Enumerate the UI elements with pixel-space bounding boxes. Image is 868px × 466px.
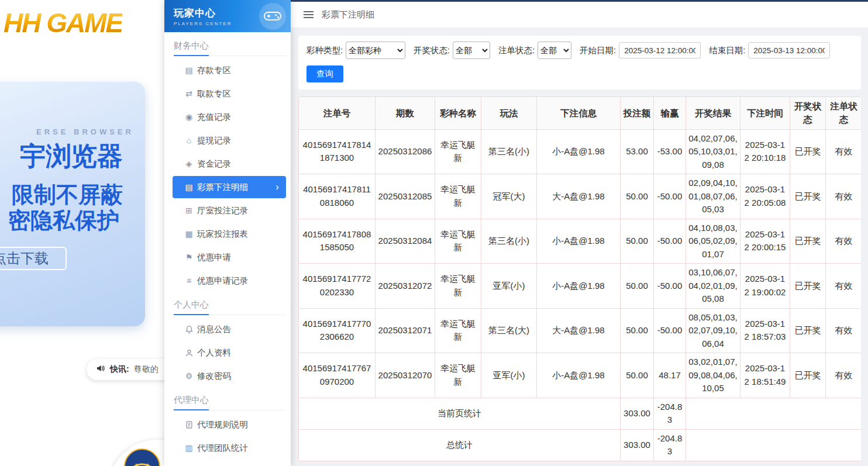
cell-bet-amount: 50.00 — [621, 264, 654, 309]
summary-win-loss-total: -204.83 — [654, 398, 686, 429]
cell-bet-info: 小-A盘@1.98 — [537, 219, 621, 264]
sidebar-item-promo-apply-records[interactable]: ≡优惠申请记录 — [164, 269, 291, 292]
sidebar-item-agent-rules[interactable]: 代理规则说明 — [164, 413, 291, 436]
withdrawal-records-icon: ⌂ — [184, 136, 194, 144]
start-date-label: 开始日期: — [580, 45, 616, 56]
sidebar-header: 玩家中心 PLAYERS CENTER — [164, 0, 291, 32]
table-row: 40156917417772020233020250312072幸运飞艇新亚军(… — [299, 264, 862, 309]
col-header-lottery-name: 彩种名称 — [435, 97, 481, 130]
draw-status-select[interactable]: 全部 — [453, 42, 490, 59]
cell-draw-result: 03,10,06,07,04,02,01,09,05,08 — [686, 264, 740, 309]
search-button[interactable]: 查询 — [306, 65, 343, 82]
summary-empty — [686, 398, 862, 429]
sidebar-item-label: 优惠申请记录 — [197, 275, 248, 286]
promo-banner: ERSE BROWSER 宇浏览器 限制不屏蔽 密隐私保护 点击下载 — [0, 82, 145, 326]
sidebar-item-hall-bet-records[interactable]: ⊞厅室投注记录 — [164, 199, 291, 222]
summary-row-current-page: 当前页统计303.00-204.83 — [299, 398, 862, 429]
sidebar-item-label: 代理规则说明 — [197, 419, 248, 430]
order-status-select[interactable]: 全部 — [538, 42, 571, 59]
cell-period: 20250312072 — [376, 264, 435, 309]
lottery-type-select[interactable]: 全部彩种 — [346, 42, 405, 59]
sidebar-item-personal-profile[interactable]: 个人资料 — [164, 341, 291, 364]
cell-period: 20250312086 — [376, 129, 435, 174]
sidebar-subtitle: PLAYERS CENTER — [174, 21, 232, 26]
cell-bet-time: 2025-03-12 20:00:15 — [740, 219, 790, 264]
table-row: 40156917417814187130020250312086幸运飞艇新第三名… — [299, 129, 862, 174]
site-logo: HH GAME — [4, 7, 122, 39]
section-title: 个人中心 — [164, 292, 291, 310]
table-header-row: 注单号期数彩种名称玩法下注信息投注额输赢开奖结果下注时间开奖状态注单状态 — [299, 97, 862, 130]
sidebar-item-agent-team-stats[interactable]: ▥代理团队统计 — [164, 436, 291, 460]
cell-bet-info: 大-A盘@1.98 — [537, 308, 621, 353]
cell-order-no: 401569174177670970200 — [299, 353, 376, 398]
summary-label: 总统计 — [299, 429, 621, 461]
cell-draw-result: 04,10,08,03,06,05,02,09,01,07 — [686, 219, 740, 264]
order-status-label: 注单状态: — [498, 45, 535, 56]
table-row: 40156917417767097020020250312070幸运飞艇新亚军(… — [299, 353, 862, 398]
cell-play-type: 第三名(大) — [481, 308, 537, 353]
sidebar-item-label: 消息公告 — [197, 324, 231, 335]
sidebar: 玩家中心 PLAYERS CENTER 财务中心▤存款专区⇄取款专区◉充值记录⌂… — [164, 0, 291, 466]
sidebar-item-label: 修改密码 — [197, 371, 231, 382]
sidebar-item-deposit-zone[interactable]: ▤存款专区 — [164, 58, 291, 82]
table-row: 40156917417808158505020250312084幸运飞艇新第三名… — [299, 219, 862, 264]
sidebar-item-recharge-records[interactable]: ◉充值记录 — [164, 105, 291, 129]
sidebar-item-promo-apply[interactable]: ⚑优惠申请 — [164, 246, 291, 269]
main-content: 彩票下注明细 彩种类型: 全部彩种 开奖状态: 全部 注单状态: 全部 开始日期… — [291, 0, 868, 466]
col-header-bet-time: 下注时间 — [740, 97, 790, 130]
filter-panel: 彩种类型: 全部彩种 开奖状态: 全部 注单状态: 全部 开始日期: 结束日期:… — [298, 36, 861, 89]
start-date-input[interactable] — [619, 42, 701, 58]
cell-bet-amount: 50.00 — [621, 174, 654, 219]
section-underline — [174, 410, 286, 410]
cell-lottery-name: 幸运飞艇新 — [435, 308, 481, 353]
cell-bet-amount: 50.00 — [621, 219, 654, 264]
agent-team-stats-icon: ▥ — [184, 444, 194, 452]
cell-win-loss: -50.00 — [654, 308, 686, 353]
cell-draw-status: 已开奖 — [790, 308, 826, 353]
ticker-label: 快讯: — [110, 364, 129, 375]
cell-order-no: 401569174178141871300 — [299, 129, 376, 174]
col-header-bet-info: 下注信息 — [537, 97, 621, 130]
cell-bet-info: 小-A盘@1.98 — [537, 129, 621, 174]
cell-period: 20250312084 — [376, 219, 435, 264]
sidebar-item-lottery-bet-details[interactable]: ▤彩票下注明细› — [173, 176, 286, 198]
hall-bet-records-icon: ⊞ — [184, 206, 194, 215]
cell-order-status: 有效 — [826, 308, 862, 353]
summary-row-total: 总统计303.00-204.83 — [299, 429, 862, 461]
summary-win-loss-total: -204.83 — [654, 429, 686, 461]
sidebar-item-change-password[interactable]: ⚙修改密码 — [164, 364, 291, 388]
team-logo-icon — [124, 448, 160, 466]
page-title: 彩票下注明细 — [322, 9, 374, 20]
cell-bet-amount: 50.00 — [621, 353, 654, 398]
sidebar-item-withdraw-zone[interactable]: ⇄取款专区 — [164, 82, 291, 105]
cell-draw-status: 已开奖 — [790, 264, 826, 309]
download-button[interactable]: 点击下载 — [0, 247, 67, 270]
sidebar-item-message-announcements[interactable]: 消息公告 — [164, 317, 291, 341]
sidebar-item-player-bet-report[interactable]: ▦玩家投注报表 — [164, 222, 291, 246]
section-title: 代理中心 — [164, 388, 291, 406]
banner-tagline: ERSE BROWSER — [36, 127, 134, 136]
cell-period: 20250312070 — [376, 353, 435, 398]
col-header-win-loss: 输赢 — [654, 97, 686, 130]
section-title: 财务中心 — [164, 33, 291, 51]
cell-win-loss: 48.17 — [654, 353, 686, 398]
cell-draw-status: 已开奖 — [790, 129, 826, 174]
menu-toggle-icon[interactable] — [304, 9, 314, 20]
cell-win-loss: -50.00 — [654, 174, 686, 219]
cell-lottery-name: 幸运飞艇新 — [435, 219, 481, 264]
player-bet-report-icon: ▦ — [184, 230, 194, 238]
cell-play-type: 亚军(小) — [481, 353, 537, 398]
col-header-draw-result: 开奖结果 — [686, 97, 740, 130]
chevron-right-icon: › — [275, 181, 279, 193]
withdraw-zone-icon: ⇄ — [184, 89, 194, 98]
sidebar-item-label: 彩票下注明细 — [197, 182, 248, 193]
table-panel: 注单号期数彩种名称玩法下注信息投注额输赢开奖结果下注时间开奖状态注单状态 401… — [298, 96, 861, 461]
banner-headline-3: 密隐私保护 — [8, 206, 119, 236]
news-ticker: 快讯: 尊敬的 — [87, 359, 164, 380]
sidebar-item-fund-records[interactable]: ◈资金记录 — [164, 152, 291, 175]
sidebar-item-label: 提现记录 — [197, 135, 231, 146]
cell-lottery-name: 幸运飞艇新 — [435, 174, 481, 219]
end-date-input[interactable] — [748, 42, 830, 58]
cell-order-status: 有效 — [826, 174, 862, 219]
sidebar-item-withdrawal-records[interactable]: ⌂提现记录 — [164, 129, 291, 152]
